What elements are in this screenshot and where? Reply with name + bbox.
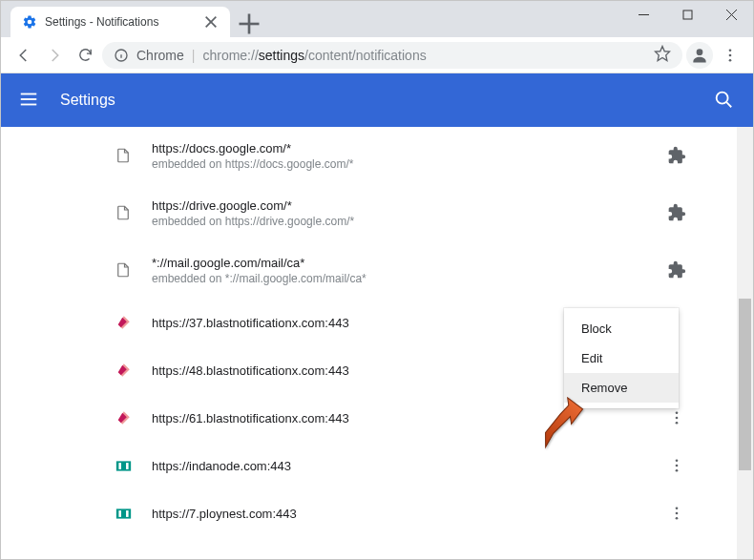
back-button[interactable] <box>10 42 37 69</box>
svg-rect-32 <box>126 463 129 469</box>
svg-rect-30 <box>115 461 130 470</box>
chrome-menu-button[interactable] <box>717 42 744 69</box>
file-icon <box>114 146 133 165</box>
svg-point-34 <box>676 465 679 467</box>
svg-point-41 <box>676 517 679 520</box>
svg-point-13 <box>729 49 732 52</box>
more-actions-button[interactable] <box>658 505 696 522</box>
site-row[interactable]: *://mail.google.com/mail/ca*embedded on … <box>1 241 753 299</box>
notification-icon <box>114 408 133 427</box>
svg-point-27 <box>676 411 679 414</box>
tab-title: Settings - Notifications <box>45 15 203 29</box>
svg-rect-36 <box>115 508 130 518</box>
more-actions-button[interactable] <box>658 409 696 426</box>
svg-line-20 <box>726 102 731 107</box>
site-sublabel: embedded on *://mail.google.com/mail/ca* <box>152 272 658 285</box>
gear-icon <box>22 14 37 30</box>
site-favicon <box>114 456 133 475</box>
site-url: https://drive.google.com/* <box>152 198 658 213</box>
new-tab-button[interactable] <box>236 10 262 37</box>
svg-point-28 <box>676 417 679 420</box>
svg-rect-1 <box>683 10 692 19</box>
site-sublabel: embedded on https://docs.google.com/* <box>152 157 658 171</box>
svg-point-19 <box>717 93 728 104</box>
extension-icon[interactable] <box>658 260 696 280</box>
svg-point-14 <box>729 53 732 56</box>
site-url: https://docs.google.com/* <box>152 141 658 156</box>
svg-point-40 <box>676 512 679 515</box>
address-url: chrome://settings/content/notifications <box>202 48 426 63</box>
notification-icon <box>114 313 133 332</box>
address-bar[interactable]: Chrome | chrome://settings/content/notif… <box>102 42 682 69</box>
site-row[interactable]: https://docs.google.com/*embedded on htt… <box>1 127 753 184</box>
svg-marker-42 <box>539 397 585 447</box>
bookmark-icon[interactable] <box>654 45 671 65</box>
scrollbar[interactable] <box>737 127 753 559</box>
svg-point-29 <box>676 422 679 425</box>
scroll-thumb[interactable] <box>739 299 751 470</box>
menu-item-edit[interactable]: Edit <box>564 343 679 373</box>
minimize-button[interactable] <box>621 1 665 28</box>
site-url: *://mail.google.com/mail/ca* <box>152 256 658 270</box>
reload-button[interactable] <box>72 42 98 69</box>
profile-avatar[interactable] <box>686 42 713 69</box>
notification-icon <box>114 361 133 380</box>
svg-point-15 <box>729 58 732 61</box>
file-icon <box>114 203 133 222</box>
site-info-icon[interactable] <box>114 48 129 63</box>
file-icon <box>114 260 133 280</box>
forward-button[interactable] <box>41 42 68 69</box>
maximize-button[interactable] <box>665 1 709 28</box>
more-actions-button[interactable] <box>658 457 696 474</box>
site-sublabel: embedded on https://drive.google.com/* <box>152 215 658 228</box>
search-icon[interactable] <box>713 89 736 112</box>
settings-header: Settings <box>1 73 753 127</box>
menu-icon[interactable] <box>18 89 41 112</box>
menu-item-block[interactable]: Block <box>564 314 679 343</box>
content-area: https://docs.google.com/*embedded on htt… <box>1 127 753 559</box>
toolbar: Chrome | chrome://settings/content/notif… <box>1 37 753 73</box>
address-host: Chrome <box>136 48 184 63</box>
svg-marker-11 <box>656 47 670 61</box>
close-tab-button[interactable] <box>203 14 219 30</box>
tab-settings-notifications[interactable]: Settings - Notifications <box>10 7 230 37</box>
svg-rect-38 <box>126 510 129 517</box>
site-row[interactable]: https://indanode.com:443 <box>1 442 753 489</box>
context-menu: Block Edit Remove <box>564 308 679 408</box>
svg-point-12 <box>697 49 703 55</box>
window-controls <box>621 1 753 28</box>
page-title: Settings <box>60 92 713 109</box>
extension-icon[interactable] <box>658 203 696 222</box>
site-row[interactable]: https://drive.google.com/*embedded on ht… <box>1 184 753 241</box>
site-url: https://7.ploynest.com:443 <box>152 507 658 521</box>
svg-point-33 <box>676 459 679 462</box>
svg-point-39 <box>676 507 679 509</box>
svg-rect-37 <box>118 510 121 517</box>
svg-rect-31 <box>118 463 121 469</box>
close-window-button[interactable] <box>709 1 753 28</box>
site-favicon <box>114 504 133 523</box>
site-url: https://indanode.com:443 <box>152 459 658 473</box>
arrow-icon <box>533 397 585 453</box>
site-row[interactable]: https://7.ploynest.com:443 <box>1 489 753 537</box>
svg-point-35 <box>676 469 679 472</box>
extension-icon[interactable] <box>658 146 696 165</box>
